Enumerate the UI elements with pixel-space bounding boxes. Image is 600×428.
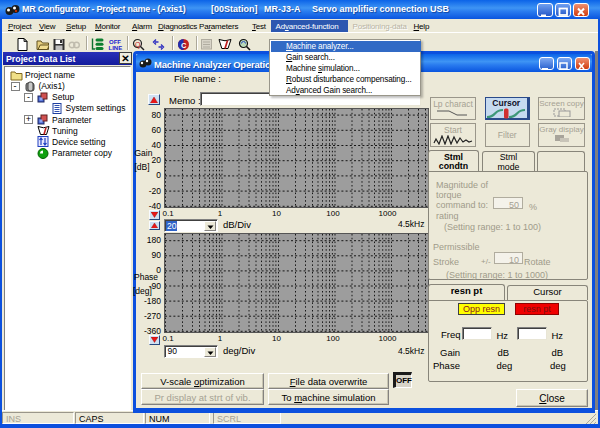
svg-text:C: C [181, 41, 187, 50]
svg-text:Q: Q [135, 41, 141, 49]
svg-text:OFF: OFF [109, 39, 121, 45]
